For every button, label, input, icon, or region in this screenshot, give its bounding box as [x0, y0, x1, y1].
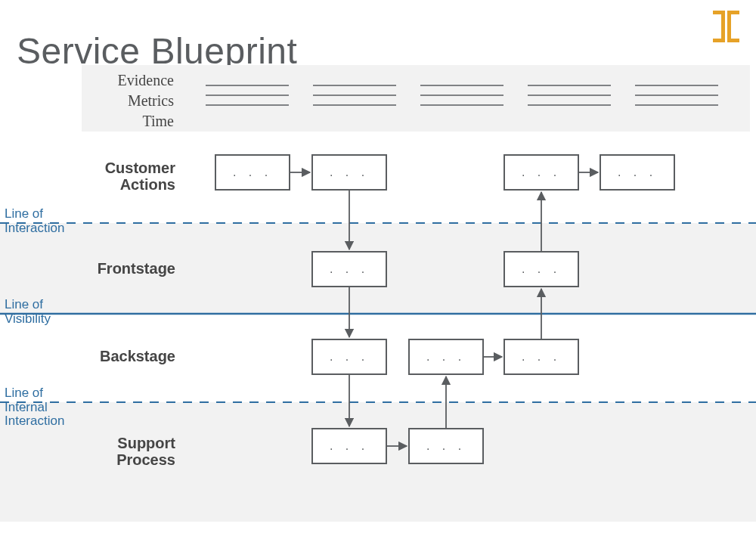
box-customer-2: . . .	[311, 154, 387, 191]
box-customer-4: . . .	[600, 154, 675, 191]
logo-icon	[713, 11, 739, 42]
metrics-label: Metrics	[83, 91, 174, 111]
box-customer-1: . . .	[215, 154, 290, 191]
separator-label-interaction: Line of Interaction	[5, 207, 64, 235]
box-customer-3: . . .	[503, 154, 579, 191]
time-label: Time	[83, 111, 174, 132]
box-backstage-3: . . .	[503, 339, 579, 375]
service-blueprint-diagram: Service Blueprint Evidence Metrics Time …	[0, 0, 756, 533]
evidence-labels: Evidence Metrics Time	[83, 70, 174, 132]
box-backstage-1: . . .	[311, 339, 387, 375]
separator-label-internal: Line of Internal Interaction	[5, 386, 64, 429]
evidence-band	[82, 65, 750, 132]
row-label-support-process: Support Process	[70, 435, 175, 468]
row-label-frontstage: Frontstage	[70, 260, 175, 277]
box-frontstage-1: . . .	[311, 251, 387, 287]
row-label-backstage: Backstage	[70, 348, 175, 364]
box-support-2: . . .	[408, 428, 484, 464]
box-backstage-2: . . .	[408, 339, 484, 375]
evidence-label: Evidence	[83, 70, 174, 91]
row-label-customer-actions: Customer Actions	[70, 160, 175, 193]
box-frontstage-2: . . .	[503, 251, 579, 287]
separator-label-visibility: Line of Visibility	[5, 298, 51, 326]
box-support-1: . . .	[311, 428, 387, 464]
